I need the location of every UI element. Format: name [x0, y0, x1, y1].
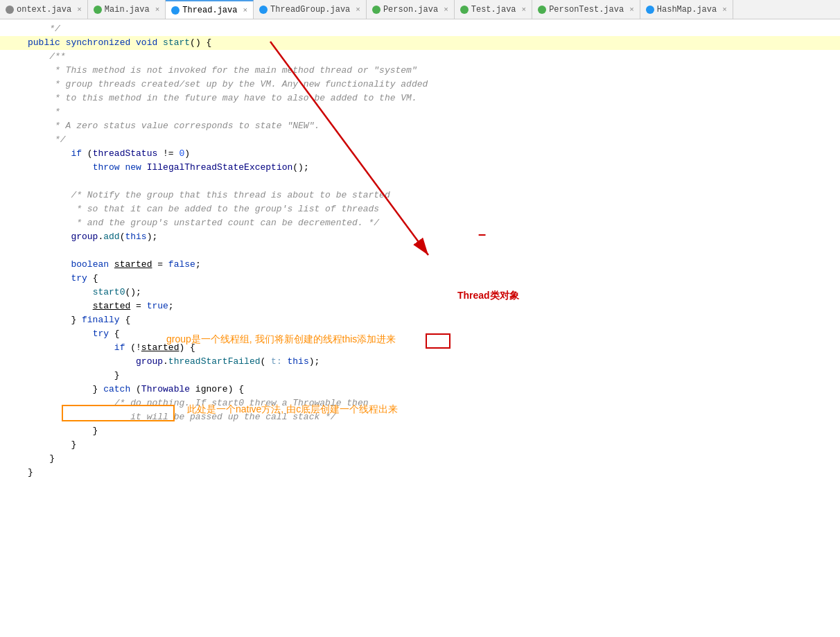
tab-label-main: Main.java [105, 5, 150, 15]
code-line: /* Notify the group that this thread is … [0, 189, 840, 202]
line-code: started = true; [28, 299, 834, 313]
line-code: /* do nothing. If start0 threw a Throwab… [28, 396, 834, 410]
line-code: } [28, 466, 834, 480]
line-code: if (threadStatus != 0) [28, 147, 834, 161]
tab-icon-test [460, 6, 469, 14]
tab-label-context: ontext.java [17, 5, 71, 15]
tab-icon-persontest [538, 6, 546, 14]
line-code: it will be passed up the call stack */ [28, 410, 834, 424]
tab-label-thread: Thread.java [182, 6, 237, 15]
tab-close-main[interactable]: × [155, 6, 160, 14]
line-code: } [28, 424, 834, 438]
code-line: * group threads created/set up by the VM… [0, 78, 840, 91]
tab-label-threadgroup: ThreadGroup.java [270, 5, 350, 15]
code-line: * This method is not invoked for the mai… [0, 64, 840, 78]
line-code: * to this method in the future may have … [28, 91, 834, 105]
line-code [28, 175, 834, 189]
line-code: } [28, 369, 834, 383]
tab-close-thread[interactable]: × [243, 6, 247, 15]
tab-label-hashmap: HashMap.java [657, 5, 717, 15]
line-code: } [28, 438, 834, 452]
code-line: /** [0, 50, 840, 64]
code-line: started = true; [0, 299, 840, 313]
code-line: * to this method in the future may have … [0, 91, 840, 105]
tab-close-context[interactable]: × [77, 6, 82, 14]
tab-icon-person [372, 6, 380, 14]
tab-thread[interactable]: Thread.java × [166, 0, 254, 19]
tab-close-test[interactable]: × [522, 6, 527, 14]
tab-persontest[interactable]: PersonTest.java × [532, 0, 640, 19]
line-code: * A zero status value corresponds to sta… [28, 119, 834, 133]
tab-hashmap[interactable]: HashMap.java × [640, 0, 733, 19]
tab-label-person: Person.java [383, 5, 438, 15]
tab-label-test: Test.java [471, 5, 516, 15]
line-code: } finally { [28, 313, 834, 327]
tab-icon-thread [171, 6, 180, 15]
tab-person[interactable]: Person.java × [367, 0, 455, 19]
code-line: it will be passed up the call stack */ [0, 410, 840, 424]
code-line: boolean started = false; [0, 258, 840, 272]
tab-close-hashmap[interactable]: × [722, 6, 727, 14]
line-code: */ [28, 133, 834, 147]
code-line-group-add: group.add(this); [0, 230, 840, 244]
code-line: throw new IllegalThreadStateException(); [0, 161, 840, 175]
code-line [0, 175, 840, 189]
code-line: } [0, 452, 840, 466]
line-code: group.add(this); [28, 230, 834, 244]
line-code: * so that it can be added to the group's… [28, 202, 834, 216]
tab-label-persontest: PersonTest.java [549, 5, 624, 15]
tab-icon-context [6, 6, 14, 14]
code-line-try: try { [0, 272, 840, 286]
tab-close-persontest[interactable]: × [629, 6, 634, 14]
tab-icon-hashmap [646, 6, 654, 14]
line-code: /* Notify the group that this thread is … [28, 189, 834, 202]
tab-bar: ontext.java × Main.java × Thread.java × … [0, 0, 840, 19]
code-line: */ [0, 22, 840, 36]
tab-icon-threadgroup [259, 6, 268, 14]
code-line: } [0, 438, 840, 452]
line-code: boolean started = false; [28, 258, 834, 272]
line-code: * and the group's unstarted count can be… [28, 216, 834, 230]
code-line: group.threadStartFailed( t: this); [0, 355, 840, 369]
line-code: if (!started) { [28, 341, 834, 355]
tab-close-threadgroup[interactable]: × [356, 6, 360, 14]
code-line: } catch (Throwable ignore) { [0, 383, 840, 396]
line-code: } catch (Throwable ignore) { [28, 383, 834, 396]
line-code: * This method is not invoked for the mai… [28, 64, 834, 78]
line-code: try { [28, 327, 834, 341]
line-code: } [28, 452, 834, 466]
line-code: group.threadStartFailed( t: this); [28, 355, 834, 369]
code-line: * A zero status value corresponds to sta… [0, 119, 840, 133]
line-code: */ [28, 22, 834, 36]
code-content: */ public synchronized void start() { /*… [0, 19, 840, 482]
code-line: if (threadStatus != 0) [0, 147, 840, 161]
tab-icon-main [94, 6, 102, 14]
tab-context[interactable]: ontext.java × [0, 0, 88, 19]
line-code [28, 244, 834, 258]
code-line: try { [0, 327, 840, 341]
line-code: start0(); [28, 286, 834, 299]
code-line: } [0, 424, 840, 438]
line-code: public synchronized void start() { [28, 36, 834, 50]
tab-threadgroup[interactable]: ThreadGroup.java × [254, 0, 367, 19]
line-code: /** [28, 50, 834, 64]
code-line: } [0, 466, 840, 480]
code-line-start0: start0(); [0, 286, 840, 299]
line-code: try { [28, 272, 834, 286]
code-line: * [0, 105, 840, 119]
code-area[interactable]: */ public synchronized void start() { /*… [0, 19, 840, 637]
code-line: * and the group's unstarted count can be… [0, 216, 840, 230]
code-line [0, 244, 840, 258]
code-line: */ [0, 133, 840, 147]
tab-main[interactable]: Main.java × [88, 0, 166, 19]
line-code: throw new IllegalThreadStateException(); [28, 161, 834, 175]
line-code: * group threads created/set up by the VM… [28, 78, 834, 91]
code-line-start: public synchronized void start() { [0, 36, 840, 50]
tab-test[interactable]: Test.java × [455, 0, 532, 19]
tab-close-person[interactable]: × [444, 6, 448, 14]
code-line: /* do nothing. If start0 threw a Throwab… [0, 396, 840, 410]
code-line: } finally { [0, 313, 840, 327]
line-code: * [28, 105, 834, 119]
code-line: * so that it can be added to the group's… [0, 202, 840, 216]
code-line: } [0, 369, 840, 383]
